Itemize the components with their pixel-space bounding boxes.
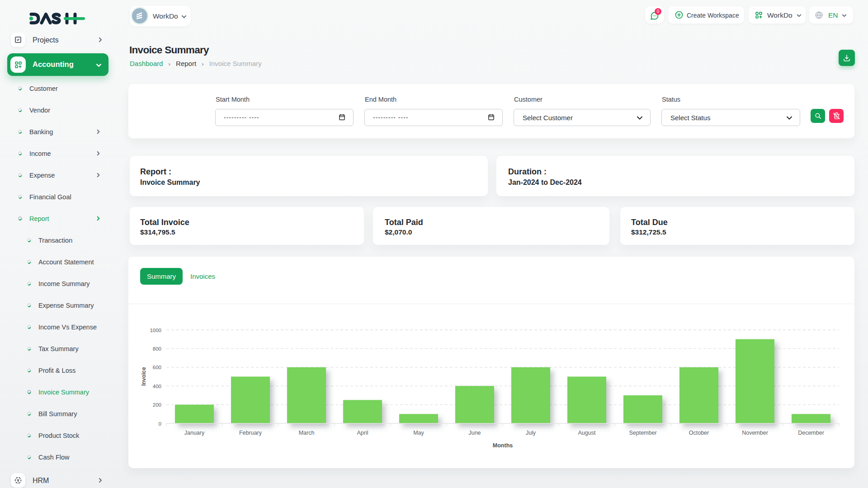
svg-text:November: November xyxy=(742,430,768,436)
svg-text:800: 800 xyxy=(153,346,161,352)
svg-text:March: March xyxy=(299,430,315,436)
svg-text:200: 200 xyxy=(153,402,161,408)
svg-text:June: June xyxy=(468,430,481,436)
svg-text:September: September xyxy=(629,430,656,436)
svg-text:October: October xyxy=(689,430,709,436)
svg-text:Months: Months xyxy=(493,442,513,449)
svg-text:February: February xyxy=(239,430,262,436)
svg-text:1000: 1000 xyxy=(150,328,161,333)
svg-text:January: January xyxy=(184,430,205,436)
svg-text:December: December xyxy=(798,430,824,436)
svg-text:April: April xyxy=(357,430,368,436)
svg-text:May: May xyxy=(413,430,424,436)
svg-text:0: 0 xyxy=(159,421,161,427)
svg-text:July: July xyxy=(526,430,536,436)
svg-text:600: 600 xyxy=(153,365,161,370)
svg-text:Invoice: Invoice xyxy=(141,367,147,386)
svg-text:400: 400 xyxy=(153,384,161,389)
svg-text:August: August xyxy=(578,430,596,436)
